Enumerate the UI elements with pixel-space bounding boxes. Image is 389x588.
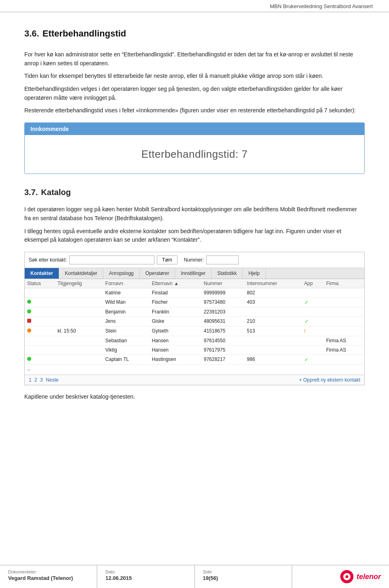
cell-tilgjengelig (55, 354, 103, 364)
cell-app (302, 364, 324, 374)
col-internnummer: Internnummer (244, 279, 301, 288)
svg-point-2 (345, 575, 348, 578)
cell-etternavn: Hastingsen (150, 354, 201, 364)
catalog-search-bar: Søk etter kontakt: Tøm Nummer: (25, 252, 364, 268)
cell-app (302, 307, 324, 316)
cell-internnummer: 513 (244, 326, 301, 336)
footer-date-value: 12.06.2015 (105, 575, 186, 581)
footer-doc-cell: Dokumenteier: Vegard Ramstad (Telenor) (0, 565, 97, 588)
section-36-para1: For hver kø kan administrator sette en “… (24, 50, 365, 68)
cell-status (25, 297, 55, 307)
table-row[interactable]: kl. 15:50SteinGylseth41518675513! (25, 326, 364, 336)
tab-kontakter[interactable]: Kontakter (25, 268, 59, 279)
cell-firma (324, 316, 364, 326)
search-input[interactable] (69, 255, 154, 264)
table-row[interactable]: Captain TLHastingsen97628217986✓ (25, 354, 364, 364)
cell-app (302, 288, 324, 297)
main-content: 3.6. Etterbehandlingstid For hver kø kan… (0, 12, 389, 414)
section-36-para2: Tiden kan for eksempel benyttes til ette… (24, 72, 365, 81)
tab-operatorer[interactable]: Operatører (140, 268, 175, 279)
table-row[interactable]: SebastianHansen97614550Firma AS (25, 336, 364, 345)
cell-fornavn: Katrine (103, 288, 150, 297)
section-37-para2: I tillegg hentes også eventuelle andre e… (24, 227, 365, 245)
tab-innstillinger[interactable]: Innstillinger (175, 268, 212, 279)
footer-page-cell: Side 19(56) (195, 565, 292, 588)
cell-nummer: 48095631 (201, 316, 245, 326)
tab-hjelp[interactable]: Hjelp (243, 268, 265, 279)
tab-kontaktdetaljer[interactable]: Kontaktdetaljer (59, 268, 103, 279)
innkommende-box: Innkommende Etterbehandlingstid: 7 (24, 122, 365, 174)
cell-firma (324, 326, 364, 336)
table-row[interactable]: ViktigHansen97617975Firma AS (25, 345, 364, 354)
cell-fornavn (103, 364, 150, 374)
table-row[interactable]: KatrineFinstad99999999802 (25, 288, 364, 297)
cell-status (25, 354, 55, 364)
innkommende-body: Etterbehandlingstid: 7 (25, 135, 364, 174)
catalog-pagination: 1 2 3 Neste (29, 377, 60, 383)
nummer-input[interactable] (206, 255, 239, 264)
cell-internnummer (244, 307, 301, 316)
cell-nummer: 99999999 (201, 288, 245, 297)
cell-nummer: 97617975 (201, 345, 245, 354)
cell-etternavn: Gylseth (150, 326, 201, 336)
cell-status (25, 326, 55, 336)
tab-anropslogg[interactable]: Anropslogg (103, 268, 140, 279)
col-etternavn: Etternavn ▲ (150, 279, 201, 288)
conclusion-text: Kapitlene under beskriver katalog-tjenes… (24, 393, 365, 401)
app-check: ✓ (304, 318, 309, 324)
page-1-link[interactable]: 1 (29, 377, 32, 383)
page-3-link[interactable]: 3 (40, 377, 43, 383)
table-row[interactable]: – (25, 364, 364, 374)
section-37-para1: I det operatøren logger seg på køen hent… (24, 205, 365, 223)
status-dash: – (27, 366, 30, 373)
cell-etternavn: Fischer (150, 297, 201, 307)
col-tilgjengelig: Tilgjengelig (55, 279, 103, 288)
status-green-dot (27, 300, 31, 304)
cell-fornavn: Captain TL (103, 354, 150, 364)
page-next-link[interactable]: Neste (46, 377, 58, 383)
header-title: MBN Brukerveiledning Sentralbord Avanser… (270, 3, 373, 9)
cell-tilgjengelig (55, 316, 103, 326)
cell-app: ✓ (302, 297, 324, 307)
section-36-title: Etterbehandlingstid (43, 28, 126, 39)
cell-app: ✓ (302, 316, 324, 326)
telenor-icon (340, 569, 354, 584)
cell-tilgjengelig: kl. 15:50 (55, 326, 103, 336)
catalog-table: Status Tilgjengelig Fornavn Etternavn ▲ … (25, 279, 364, 375)
catalog-tabs: Kontakter Kontaktdetaljer Anropslogg Ope… (25, 268, 364, 279)
cell-app: ! (302, 326, 324, 336)
cell-app (302, 336, 324, 345)
app-check: ✓ (304, 356, 309, 363)
create-contact-link[interactable]: + Opprett ny ekstern kontakt (299, 377, 360, 383)
status-orange-dot (27, 328, 31, 333)
app-exclamation: ! (304, 328, 306, 334)
cell-tilgjengelig (55, 307, 103, 316)
cell-fornavn: Stein (103, 326, 150, 336)
footer-page-label: Side (203, 569, 284, 574)
innkommende-header: Innkommende (25, 123, 364, 135)
cell-status: – (25, 364, 55, 374)
table-header-row: Status Tilgjengelig Fornavn Etternavn ▲ … (25, 279, 364, 288)
cell-fornavn: Viktig (103, 345, 150, 354)
cell-nummer: 22391203 (201, 307, 245, 316)
table-row[interactable]: BenjaminFranklin22391203 (25, 307, 364, 316)
page-header: MBN Brukerveiledning Sentralbord Avanser… (0, 0, 389, 12)
cell-etternavn (150, 364, 201, 374)
cell-app (302, 345, 324, 354)
cell-internnummer: 210 (244, 316, 301, 326)
table-row[interactable]: JensGiske48095631210✓ (25, 316, 364, 326)
cell-tilgjengelig (55, 345, 103, 354)
cell-fornavn: Sebastian (103, 336, 150, 345)
cell-nummer: 97573480 (201, 297, 245, 307)
cell-fornavn: Jens (103, 316, 150, 326)
page-2-link[interactable]: 2 (34, 377, 37, 383)
table-row[interactable]: Wild ManFischer97573480403✓ (25, 297, 364, 307)
cell-etternavn: Hansen (150, 345, 201, 354)
cell-nummer: 97614550 (201, 336, 245, 345)
clear-button[interactable]: Tøm (157, 255, 177, 264)
tab-statistikk[interactable]: Statistikk (212, 268, 243, 279)
cell-fornavn: Wild Man (103, 297, 150, 307)
footer-logo-cell: telenor (292, 565, 389, 588)
cell-etternavn: Giske (150, 316, 201, 326)
section-36-para4: Resterende etterbehandlingstid vises i f… (24, 106, 365, 115)
